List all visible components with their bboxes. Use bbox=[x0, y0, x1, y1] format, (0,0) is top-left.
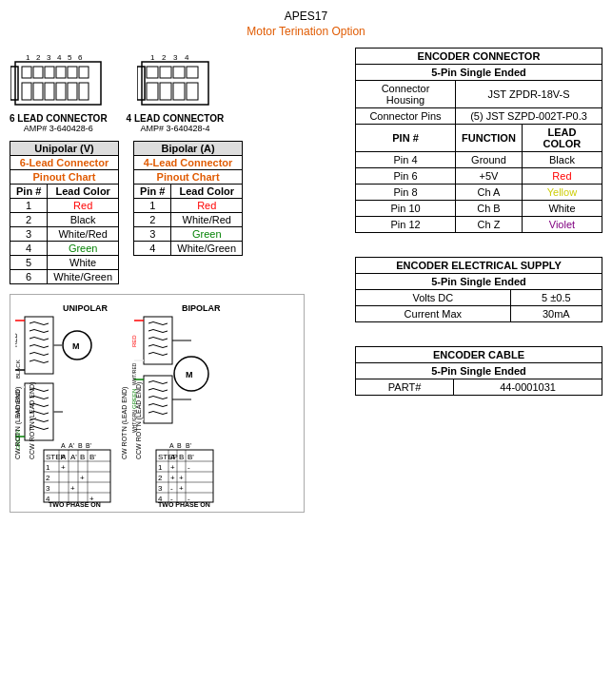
unipolar-table: Unipolar (V) 6-Lead Connector Pinout Cha… bbox=[10, 141, 119, 284]
enc-cable-title: ENCODER CABLE bbox=[356, 347, 602, 363]
enc-col1: PIN # bbox=[356, 125, 456, 152]
enc-part-val: 44-0001031 bbox=[454, 379, 602, 396]
svg-text:CW ROT'N (LEAD END): CW ROT'N (LEAD END) bbox=[121, 387, 128, 459]
svg-rect-30 bbox=[147, 83, 158, 100]
svg-text:B: B bbox=[179, 453, 184, 461]
table-row: Pin 4GroundBlack bbox=[356, 152, 602, 168]
svg-rect-15 bbox=[33, 83, 43, 100]
svg-text:+: + bbox=[170, 463, 175, 472]
svg-rect-21 bbox=[137, 67, 145, 100]
svg-rect-29 bbox=[187, 67, 198, 78]
svg-rect-12 bbox=[68, 67, 77, 78]
table-row: Pin 8Ch AYellow bbox=[356, 185, 602, 201]
svg-rect-1 bbox=[10, 67, 18, 100]
svg-rect-19 bbox=[79, 83, 89, 100]
svg-text:RED: RED bbox=[15, 333, 18, 347]
svg-text:B: B bbox=[80, 453, 85, 461]
table-row: PART# 44-0001031 bbox=[356, 379, 602, 396]
unipolar-col2: Lead Color bbox=[48, 185, 119, 199]
enc-col2: FUNCTION bbox=[456, 125, 523, 152]
unipolar-col1: Pin # bbox=[10, 185, 48, 199]
svg-text:3: 3 bbox=[47, 53, 51, 62]
connector-4-diagram: 1 2 3 4 4 LEAD CONNECTOR AMP# 3-640428-4 bbox=[127, 48, 225, 133]
connector-6-diagram: 1 2 3 4 5 6 bbox=[10, 48, 108, 133]
table-row: 1Red bbox=[134, 199, 243, 213]
table-row: 5White bbox=[10, 256, 119, 270]
svg-rect-11 bbox=[56, 67, 66, 78]
svg-text:3: 3 bbox=[158, 484, 163, 493]
svg-text:M: M bbox=[72, 341, 80, 351]
enc-supply-title: ENCODER ELECTRICAL SUPPLY bbox=[356, 258, 602, 274]
svg-text:3: 3 bbox=[46, 484, 50, 493]
connector-4-part: AMP# 3-640428-4 bbox=[140, 124, 209, 133]
wiring-diagram: UNIPOLAR BIPOLAR M bbox=[10, 294, 305, 513]
svg-text:CW ROT'N (LEAD END): CW ROT'N (LEAD END) bbox=[15, 387, 22, 459]
svg-text:TWO PHASE ON: TWO PHASE ON bbox=[49, 501, 101, 508]
svg-text:B': B' bbox=[86, 442, 91, 449]
svg-text:A: A bbox=[61, 442, 66, 449]
svg-rect-16 bbox=[45, 83, 54, 100]
enc-conn-subtitle: 5-Pin Single Ended bbox=[356, 65, 602, 81]
svg-text:BLACK: BLACK bbox=[15, 360, 21, 379]
svg-rect-26 bbox=[147, 67, 158, 78]
svg-text:6: 6 bbox=[78, 53, 83, 62]
enc-pins-val: (5) JST SZPD-002T-P0.3 bbox=[456, 108, 602, 125]
svg-text:2: 2 bbox=[36, 53, 41, 62]
svg-text:M: M bbox=[186, 370, 193, 379]
svg-text:4: 4 bbox=[185, 53, 189, 62]
svg-text:1: 1 bbox=[150, 53, 155, 62]
svg-rect-9 bbox=[33, 67, 43, 78]
svg-text:A': A' bbox=[69, 442, 74, 449]
svg-text:B': B' bbox=[89, 453, 96, 461]
svg-text:CCW ROT'N (LEAD END): CCW ROT'N (LEAD END) bbox=[29, 382, 36, 459]
svg-text:A': A' bbox=[70, 453, 77, 461]
connector-6-label: 6 LEAD CONNECTOR bbox=[10, 113, 108, 124]
enc-pins-label: Connector Pins bbox=[356, 108, 456, 125]
svg-text:5: 5 bbox=[68, 53, 72, 62]
table-row: Current Max 30mA bbox=[356, 306, 602, 322]
svg-text:-: - bbox=[170, 484, 173, 493]
bipolar-subtitle: 4-Lead Connector bbox=[134, 156, 243, 170]
encoder-cable-table: ENCODER CABLE 5-Pin Single Ended PART# 4… bbox=[355, 346, 602, 396]
table-row: 2Black bbox=[10, 213, 119, 227]
svg-text:2: 2 bbox=[46, 474, 50, 482]
enc-current-label: Current Max bbox=[356, 306, 511, 322]
enc-conn-title: ENCODER CONNECTOR bbox=[356, 49, 602, 65]
connector-4-label: 4 LEAD CONNECTOR bbox=[127, 113, 225, 124]
table-row: Pin 10Ch BWhite bbox=[356, 201, 602, 217]
table-row: PIN # FUNCTION LEAD COLOR bbox=[356, 125, 602, 152]
encoder-connector-table: ENCODER CONNECTOR 5-Pin Single Ended Con… bbox=[355, 48, 602, 233]
bipolar-col2: Lead Color bbox=[171, 185, 243, 199]
svg-rect-36 bbox=[25, 317, 53, 374]
svg-text:1: 1 bbox=[26, 53, 30, 62]
svg-rect-28 bbox=[173, 67, 185, 78]
table-row: 4White/Green bbox=[134, 242, 243, 256]
table-row: 3White/Red bbox=[10, 227, 119, 242]
svg-rect-13 bbox=[79, 67, 89, 78]
table-row: 6White/Green bbox=[10, 270, 119, 284]
svg-rect-14 bbox=[22, 83, 31, 100]
table-row: 2White/Red bbox=[134, 213, 243, 227]
enc-part-label: PART# bbox=[356, 379, 454, 396]
svg-text:+: + bbox=[179, 484, 184, 493]
svg-text:2: 2 bbox=[162, 53, 167, 62]
unipolar-subtitle: 6-Lead Connector bbox=[10, 156, 119, 170]
page-subtitle: Motor Terination Option bbox=[10, 25, 602, 38]
svg-rect-33 bbox=[187, 83, 198, 100]
svg-rect-10 bbox=[45, 67, 54, 78]
svg-text:BIPOLAR: BIPOLAR bbox=[182, 303, 221, 313]
svg-rect-27 bbox=[160, 67, 171, 78]
svg-text:A: A bbox=[169, 442, 174, 449]
svg-text:+: + bbox=[170, 474, 175, 482]
svg-text:A: A bbox=[170, 453, 176, 461]
page-title: APES17 bbox=[10, 10, 602, 23]
svg-text:+: + bbox=[179, 474, 184, 482]
svg-text:B: B bbox=[177, 442, 182, 449]
svg-text:+: + bbox=[61, 463, 66, 472]
svg-rect-17 bbox=[56, 83, 66, 100]
bipolar-table: Bipolar (A) 4-Lead Connector Pinout Char… bbox=[133, 141, 243, 256]
enc-housing-label: Connector Housing bbox=[356, 81, 456, 108]
encoder-supply-table: ENCODER ELECTRICAL SUPPLY 5-Pin Single E… bbox=[355, 257, 602, 322]
svg-text:B': B' bbox=[186, 442, 191, 449]
enc-col3: LEAD COLOR bbox=[522, 125, 602, 152]
